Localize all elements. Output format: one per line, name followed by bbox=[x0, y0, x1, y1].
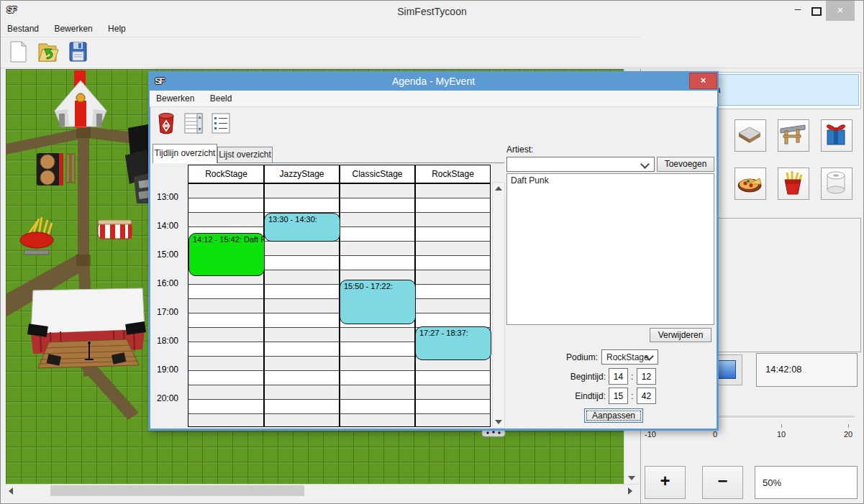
shop-item-pizza-button[interactable] bbox=[735, 168, 766, 200]
slider-tick-label: 20 bbox=[834, 430, 863, 439]
add-artist-button[interactable]: Toevoegen bbox=[657, 157, 714, 172]
scroll-up-icon[interactable] bbox=[495, 186, 502, 191]
maximize-button[interactable] bbox=[807, 1, 826, 21]
fries-icon bbox=[778, 168, 807, 198]
schedule-columns: RockStageJazzyStageClassicStageRockStage… bbox=[188, 165, 491, 427]
tab-tijdlijn-overzicht[interactable]: Tijdlijn overzicht bbox=[153, 144, 217, 163]
dialog-menu-bewerken[interactable]: Bewerken bbox=[150, 91, 201, 104]
map-horizontal-scrollbar[interactable] bbox=[6, 484, 638, 497]
stage-structure bbox=[27, 288, 146, 368]
stage-column-header: RockStage bbox=[188, 165, 264, 183]
apply-button[interactable]: Aanpassen bbox=[584, 408, 643, 423]
save-button[interactable] bbox=[67, 40, 91, 65]
new-file-button[interactable] bbox=[7, 40, 32, 65]
schedule-event[interactable]: 15:50 - 17:22: bbox=[340, 280, 416, 324]
shop-item-gift-box-button[interactable] bbox=[821, 119, 852, 152]
timeline-view-icon bbox=[183, 111, 204, 135]
open-file-button[interactable] bbox=[37, 40, 61, 65]
shop-item-road-tile-button[interactable] bbox=[735, 119, 766, 152]
zoom-level-field[interactable]: 50% bbox=[755, 466, 858, 499]
schedule-event[interactable]: 14:12 - 15:42: Daft Punk bbox=[188, 233, 265, 276]
bench bbox=[66, 154, 75, 183]
scroll-right-icon[interactable] bbox=[628, 487, 632, 495]
dialog-menu-beeld[interactable]: Beeld bbox=[204, 91, 239, 104]
toilet-paper-icon bbox=[822, 168, 850, 198]
content-divider bbox=[1, 68, 864, 68]
slider-tick-label: 0 bbox=[701, 430, 729, 439]
timeline-view-button[interactable] bbox=[183, 111, 206, 135]
trash-icon bbox=[155, 111, 177, 135]
game-clock: 14:42:08 bbox=[756, 353, 858, 387]
list-view-button[interactable] bbox=[210, 111, 233, 135]
time-label: 19:00 bbox=[157, 365, 187, 375]
end-hour-field[interactable] bbox=[609, 388, 628, 404]
app-window: SF SimFestTycoon – × Bestand Bewerken He… bbox=[0, 0, 864, 504]
remove-artist-button[interactable]: Verwijderen bbox=[650, 328, 711, 342]
menu-bar: Bestand Bewerken Help bbox=[1, 21, 641, 37]
dialog-title-bar[interactable]: SF Agenda - MyEvent × bbox=[150, 73, 717, 91]
minimize-button[interactable]: – bbox=[788, 1, 807, 21]
schedule-scrollbar[interactable] bbox=[492, 182, 505, 429]
scroll-left-icon[interactable] bbox=[9, 487, 13, 495]
dialog-menu-bar: Bewerken Beeld bbox=[150, 91, 717, 107]
stage-column-header: ClassicStage bbox=[340, 165, 415, 183]
begin-time-label: Begintijd: bbox=[548, 372, 606, 382]
menu-help[interactable]: Help bbox=[101, 21, 132, 34]
artist-list-item[interactable]: Daft Punk bbox=[507, 174, 714, 187]
podium-combobox[interactable]: RockStage bbox=[601, 349, 658, 365]
slider-tick-label: -10 bbox=[636, 430, 665, 439]
dialog-title: Agenda - MyEvent bbox=[150, 75, 717, 87]
save-floppy-icon bbox=[67, 40, 88, 64]
delete-event-button[interactable] bbox=[155, 111, 178, 135]
artist-combobox[interactable] bbox=[506, 157, 655, 172]
zoom-out-button[interactable]: − bbox=[702, 466, 743, 499]
open-folder-icon bbox=[37, 40, 60, 64]
time-label: 15:00 bbox=[157, 249, 187, 260]
begin-minute-field[interactable] bbox=[637, 368, 656, 385]
time-label: 20:00 bbox=[157, 393, 187, 403]
end-time-label: Eindtijd: bbox=[548, 391, 606, 401]
slider-tick bbox=[848, 424, 849, 428]
slider-tick bbox=[781, 424, 782, 428]
zoom-in-button[interactable]: + bbox=[645, 466, 686, 499]
scroll-down-icon[interactable] bbox=[628, 476, 635, 480]
schedule-event[interactable]: 13:30 - 14:30: bbox=[264, 213, 340, 242]
scroll-down-icon[interactable] bbox=[495, 420, 502, 424]
fries-stand bbox=[20, 217, 53, 255]
tab-lijst-overzicht[interactable]: Lijst overzicht bbox=[217, 147, 273, 163]
shop-item-toilet-paper-button[interactable] bbox=[821, 168, 852, 200]
dialog-toolbar bbox=[150, 106, 717, 139]
timeline-grid: 13:0014:0015:0016:0017:0018:0019:0020:00… bbox=[153, 165, 505, 429]
time-label: 16:00 bbox=[157, 278, 187, 288]
begin-hour-field[interactable] bbox=[609, 368, 628, 385]
artist-listbox[interactable]: Daft Punk bbox=[506, 173, 714, 325]
podium-label: Podium: bbox=[540, 352, 598, 362]
scrollbar-thumb[interactable] bbox=[50, 485, 304, 496]
chevron-down-icon bbox=[640, 160, 650, 169]
shop-item-entrance-gate-button[interactable] bbox=[778, 119, 809, 152]
tent-structure bbox=[55, 81, 106, 127]
column-divider bbox=[263, 165, 265, 426]
list-view-icon bbox=[210, 111, 232, 135]
time-label: 17:00 bbox=[157, 307, 187, 317]
shop-item-fries-button[interactable] bbox=[778, 168, 809, 200]
menu-bewerken[interactable]: Bewerken bbox=[47, 21, 99, 34]
window-title: SimFestTycoon bbox=[1, 6, 863, 17]
main-toolbar bbox=[1, 37, 641, 68]
time-label: 18:00 bbox=[157, 336, 187, 346]
title-bar: SF SimFestTycoon – × bbox=[1, 1, 863, 21]
menu-bestand[interactable]: Bestand bbox=[1, 21, 45, 34]
dialog-close-button[interactable]: × bbox=[689, 73, 717, 89]
time-label: 13:00 bbox=[157, 192, 187, 202]
end-minute-field[interactable] bbox=[637, 388, 656, 404]
schedule-event[interactable]: 17:27 - 18:37: bbox=[415, 326, 491, 360]
maximize-icon bbox=[811, 7, 822, 16]
slider-tick-label: 10 bbox=[767, 430, 796, 439]
pizza-icon bbox=[735, 168, 764, 198]
close-button[interactable]: × bbox=[826, 1, 855, 21]
play-icon bbox=[716, 360, 736, 379]
new-file-icon bbox=[7, 40, 29, 64]
zoom-level-value: 50% bbox=[763, 477, 781, 488]
time-label: 14:00 bbox=[157, 221, 187, 231]
stage-column-header: RockStage bbox=[415, 165, 491, 183]
